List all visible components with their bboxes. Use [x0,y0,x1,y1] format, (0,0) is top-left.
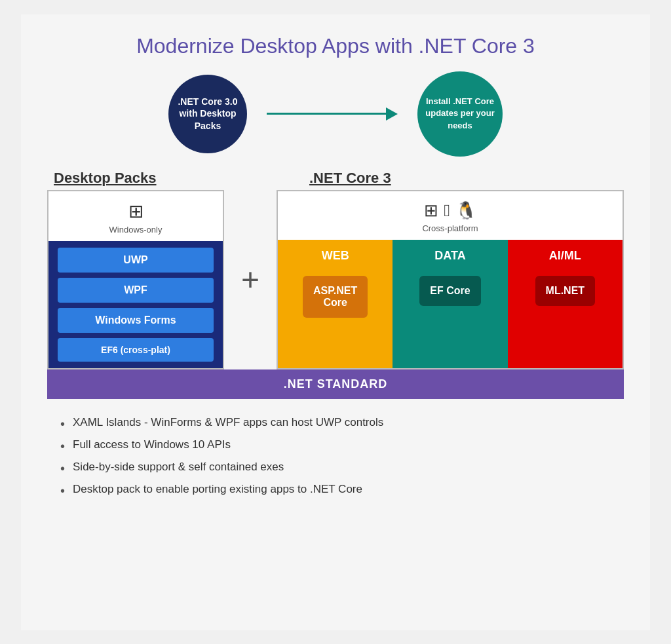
cross-platform-label: Cross-platform [422,223,478,233]
aiml-header: AI/ML [549,249,581,263]
bullet-item-4: • Desktop pack to enable porting existin… [60,483,611,499]
desktop-packs-box: ⊞ Windows-only UWP WPF Windows Forms EF6… [47,190,224,369]
bullet-dot-4: • [60,483,65,499]
diagram-body: ⊞ Windows-only UWP WPF Windows Forms EF6… [47,190,624,369]
bullet-item-2: • Full access to Windows 10 APIs [60,438,611,454]
desktop-items: UWP WPF Windows Forms EF6 (cross-plat) [48,241,223,368]
netcore-label: .NET Core 3 [296,170,624,187]
circle-left: .NET Core 3.0 with Desktop Packs [168,75,247,153]
bullet-item-1: • XAML Islands - WinForms & WPF apps can… [60,416,611,432]
arrow-line [267,113,386,115]
cross-platform-section: ⊞  🐧 Cross-platform [278,191,623,240]
web-header: WEB [322,249,349,263]
slide: Modernize Desktop Apps with .NET Core 3 … [21,14,650,630]
windows-only-section: ⊞ Windows-only [48,191,223,241]
windows-icon: ⊞ [128,200,144,222]
ef6-item: EF6 (cross-plat) [58,338,214,362]
netcore-box: ⊞  🐧 Cross-platform WEB ASP.NETCore DAT… [277,190,624,369]
bullets: • XAML Islands - WinForms & WPF apps can… [47,406,624,505]
platform-icons: ⊞  🐧 [424,200,476,221]
bullet-text-2: Full access to Windows 10 APIs [73,438,231,451]
windows-platform-icon: ⊞ [424,200,438,221]
diagram-labels: Desktop Packs .NET Core 3 [47,170,624,187]
winforms-item: Windows Forms [58,308,214,333]
bullet-item-3: • Side-by-side support & self contained … [60,461,611,476]
arrow-section: .NET Core 3.0 with Desktop Packs Install… [47,71,624,157]
col-web: WEB ASP.NETCore [278,240,393,368]
net-standard-bar: .NET STANDARD [47,369,624,399]
linux-platform-icon: 🐧 [455,200,476,221]
bullet-text-1: XAML Islands - WinForms & WPF apps can h… [73,416,383,429]
col-aiml: AI/ML ML.NET [508,240,623,368]
arrow [267,107,398,121]
netcore-columns: WEB ASP.NETCore DATA EF Core AI/ML ML.NE… [278,240,623,368]
data-header: DATA [434,249,465,263]
bullet-text-3: Side-by-side support & self contained ex… [73,461,284,474]
desktop-packs-label: Desktop Packs [47,170,244,187]
bullet-text-4: Desktop pack to enable porting existing … [73,483,362,496]
col-data: DATA EF Core [393,240,507,368]
wpf-item: WPF [58,278,214,303]
mlnet-badge: ML.NET [535,276,596,306]
uwp-item: UWP [58,248,214,273]
aspnet-badge: ASP.NETCore [303,276,368,318]
bullet-dot-3: • [60,461,65,476]
windows-only-label: Windows-only [109,225,163,235]
plus-section: + [224,190,277,369]
bullet-dot-2: • [60,439,65,454]
bullet-dot-1: • [60,417,65,432]
efcore-badge: EF Core [419,276,480,306]
page-title: Modernize Desktop Apps with .NET Core 3 [136,34,535,58]
circle-right: Install .NET Core updates per your needs [417,71,503,157]
diagram-section: Desktop Packs .NET Core 3 ⊞ Windows-only… [47,170,624,399]
arrow-head [386,107,398,121]
plus-label [244,170,296,187]
apple-platform-icon:  [444,200,450,221]
